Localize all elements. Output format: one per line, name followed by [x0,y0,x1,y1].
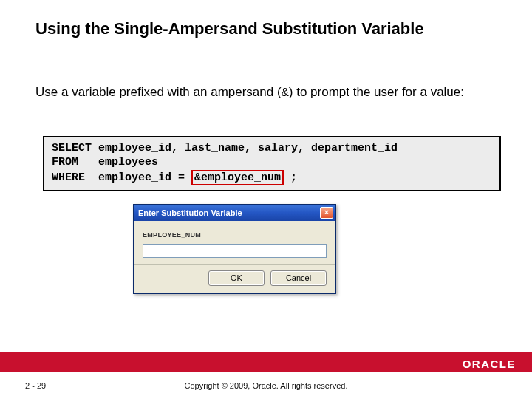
substitution-input[interactable] [143,244,327,258]
desc-amp: & [282,86,289,100]
dialog-title: Enter Substitution Variable [138,208,242,217]
dialog-button-row: OK Cancel [134,264,335,293]
dialog-field-label: EMPLOYEE_NUM [143,231,327,239]
footer-bar [0,352,532,372]
slide-description: Use a variable prefixed with an ampersan… [35,84,497,102]
ok-button[interactable]: OK [208,270,265,286]
cancel-button[interactable]: Cancel [270,270,327,286]
sql-code-block: SELECT employee_id, last_name, salary, d… [43,136,501,191]
oracle-logo: ORACLE [463,358,516,370]
copyright-text: Copyright © 2009, Oracle. All rights res… [0,381,532,390]
close-icon[interactable]: × [320,207,333,219]
code-line3b: ; [284,171,297,184]
code-line2: FROM employees [52,156,158,168]
dialog-body: EMPLOYEE_NUM [134,221,335,264]
desc-post: ) to prompt the user for a value: [289,85,464,99]
code-line1: SELECT employee_id, last_name, salary, d… [52,142,398,154]
highlighted-variable: &employee_num [191,170,284,185]
code-line3a: WHERE employee_id = [52,171,191,184]
dialog-titlebar: Enter Substitution Variable × [134,205,335,221]
substitution-dialog: Enter Substitution Variable × EMPLOYEE_N… [133,204,336,294]
slide-title: Using the Single-Ampersand Substitution … [35,19,502,38]
desc-pre: Use a variable prefixed with an ampersan… [35,85,282,99]
